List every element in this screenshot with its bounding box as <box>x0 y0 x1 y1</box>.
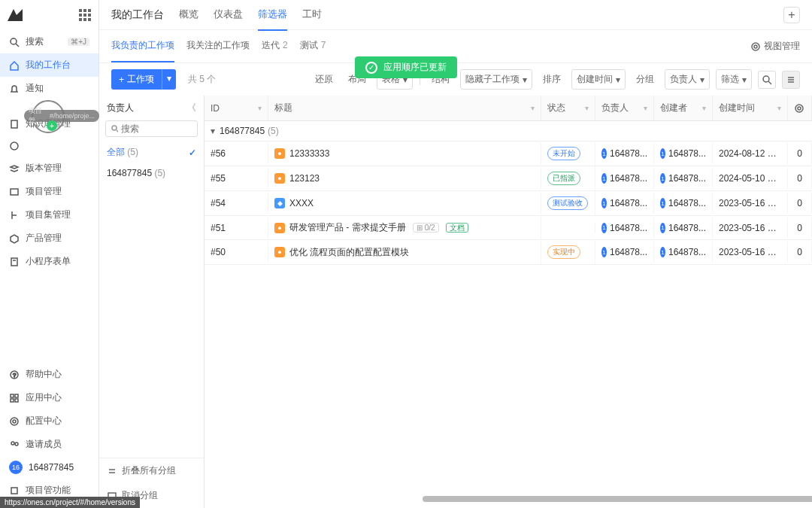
nav-invite[interactable]: 邀请成员 <box>0 433 98 456</box>
group-dropdown[interactable]: 负责人 ▾ <box>665 69 710 90</box>
header-tab[interactable]: 筛选器 <box>258 0 287 31</box>
col-id[interactable]: ID▾ <box>205 96 268 120</box>
group-search-input[interactable] <box>121 123 192 134</box>
subtab[interactable]: 测试7 <box>300 30 326 62</box>
collapse-icon <box>107 466 117 476</box>
svg-text:?: ? <box>13 372 17 379</box>
url-tooltip: https://ones.cn/project/#/home/versions <box>0 497 140 508</box>
cell-status[interactable] <box>541 223 595 233</box>
cell-status[interactable]: 实现中 <box>541 240 595 264</box>
group-search[interactable] <box>105 120 198 137</box>
layers-icon <box>9 163 20 174</box>
restore-button[interactable]: 还原 <box>311 70 338 89</box>
cell-status[interactable]: 已指派 <box>541 166 595 190</box>
add-workitem-button[interactable]: + 工作项 <box>111 69 162 90</box>
search-icon <box>111 124 118 133</box>
add-workitem-dropdown[interactable]: ▾ <box>162 69 176 90</box>
apps-icon[interactable] <box>79 9 91 21</box>
cell-owner[interactable]: 1164878... <box>595 193 654 214</box>
nav-config[interactable]: 配置中心 <box>0 409 98 433</box>
svg-point-15 <box>11 442 14 445</box>
doc-icon <box>9 119 20 129</box>
table-row[interactable]: #50 ●优化 流程页面的配置配置模块 实现中 1164878... 11648… <box>205 240 812 265</box>
shortcut-badge: ⌘+J <box>68 38 89 46</box>
collapse-all-groups[interactable]: 折叠所有分组 <box>99 458 204 483</box>
col-owner[interactable]: 负责人▾ <box>595 96 654 120</box>
cell-created: 2024-05-10 22:05... <box>713 168 788 189</box>
add-button[interactable]: + <box>783 7 800 23</box>
user-row[interactable]: 16 164877845 <box>0 456 98 479</box>
list-icon <box>786 75 796 85</box>
svg-point-25 <box>112 126 117 130</box>
group-all[interactable]: 全部 (5) ✓ <box>99 141 204 163</box>
cell-title[interactable]: ●12333333 <box>268 143 541 165</box>
search-icon <box>762 75 772 85</box>
table-row[interactable]: #54 ◆XXXX 测试验收 1164878... 1164878... 202… <box>205 191 812 216</box>
cell-creator: 1164878... <box>654 193 713 214</box>
cell-status[interactable]: 未开始 <box>541 141 595 166</box>
filter-dropdown[interactable]: 筛选 ▾ <box>716 69 752 90</box>
nav-workspace[interactable]: 我的工作台 <box>0 53 98 77</box>
nav-product[interactable]: 产品管理 <box>0 227 98 250</box>
col-status[interactable]: 状态▾ <box>541 96 595 120</box>
nav-knowledge[interactable]: 知识库管理 <box>0 112 98 135</box>
list-view-button[interactable] <box>782 71 800 89</box>
nav-search[interactable]: 搜索 ⌘+J <box>0 30 98 53</box>
col-settings[interactable] <box>788 96 812 120</box>
nav-appcenter[interactable]: 应用中心 <box>0 386 98 409</box>
cell-id: #51 <box>205 217 268 239</box>
cell-creator: 1164878... <box>654 143 713 164</box>
cell-owner[interactable]: 1164878... <box>595 242 654 263</box>
table-row[interactable]: #51 ●研发管理产品 - 需求提交手册 ⊞ 0/2 文档 1164878...… <box>205 216 812 240</box>
nav-item[interactable] <box>0 135 98 157</box>
cell-status[interactable]: 测试验收 <box>541 191 595 215</box>
sort-dropdown[interactable]: 创建时间 ▾ <box>571 69 626 90</box>
cell-title[interactable]: ●研发管理产品 - 需求提交手册 ⊞ 0/2 文档 <box>268 216 541 239</box>
nav-form[interactable]: 小程序表单 <box>0 250 98 273</box>
header-tab[interactable]: 概览 <box>179 0 198 31</box>
cell-owner[interactable]: 1164878... <box>595 143 654 164</box>
cell-title[interactable]: ●优化 流程页面的配置配置模块 <box>268 241 541 264</box>
nav-label: 邀请成员 <box>26 438 62 451</box>
cell-owner[interactable]: 1164878... <box>595 168 654 189</box>
nav-help[interactable]: ?帮助中心 <box>0 363 98 386</box>
nav-version[interactable]: 版本管理 <box>0 157 98 180</box>
table-row[interactable]: #56 ●12333333 未开始 1164878... 1164878... … <box>205 141 812 166</box>
cell-title[interactable]: ●123123 <box>268 168 541 190</box>
org-icon <box>9 485 20 496</box>
group-item[interactable]: 164877845 (5) <box>99 163 204 183</box>
check-icon: ✓ <box>189 148 196 158</box>
subtab[interactable]: 迭代2 <box>262 30 288 62</box>
horizontal-scrollbar[interactable] <box>423 496 812 502</box>
circle-icon <box>9 141 20 151</box>
nav-notifications[interactable]: 通知 <box>0 77 98 100</box>
table-group-header[interactable]: ▾ 164877845 (5) <box>205 121 812 141</box>
group-label: 分组 <box>632 70 659 89</box>
grid-icon <box>9 393 20 403</box>
col-creator[interactable]: 创建者▾ <box>654 96 713 120</box>
users-icon <box>9 440 20 450</box>
header-tab[interactable]: 工时 <box>302 0 322 31</box>
cell-title[interactable]: ◆XXXX <box>268 193 541 214</box>
subtab[interactable]: 我关注的工作项 <box>186 30 250 62</box>
cell-owner[interactable]: 1164878... <box>595 217 654 239</box>
view-management[interactable]: 视图管理 <box>750 40 800 53</box>
cube-icon <box>9 233 20 244</box>
type-icon: ● <box>274 247 285 257</box>
search-button[interactable] <box>758 71 776 89</box>
nav-project-set[interactable]: 项目集管理 <box>0 203 98 227</box>
table-row[interactable]: #55 ●123123 已指派 1164878... 1164878... 20… <box>205 166 812 191</box>
nav-project[interactable]: 项目管理 <box>0 180 98 203</box>
svg-point-18 <box>754 45 757 48</box>
collapse-panel-icon[interactable]: 《 <box>187 102 196 114</box>
svg-rect-10 <box>15 394 18 397</box>
home-icon <box>9 60 20 71</box>
cell-created: 2023-05-16 10:25... <box>713 242 788 263</box>
nav-label: 项目管理 <box>26 185 62 198</box>
col-created[interactable]: 创建时间▾ <box>713 96 788 120</box>
cell-id: #55 <box>205 168 268 189</box>
header-tab[interactable]: 仪表盘 <box>214 0 243 31</box>
subtab[interactable]: 我负责的工作项 <box>111 30 174 62</box>
col-title[interactable]: 标题▾ <box>268 96 541 120</box>
structure-dropdown[interactable]: 隐藏子工作项 ▾ <box>460 69 532 90</box>
